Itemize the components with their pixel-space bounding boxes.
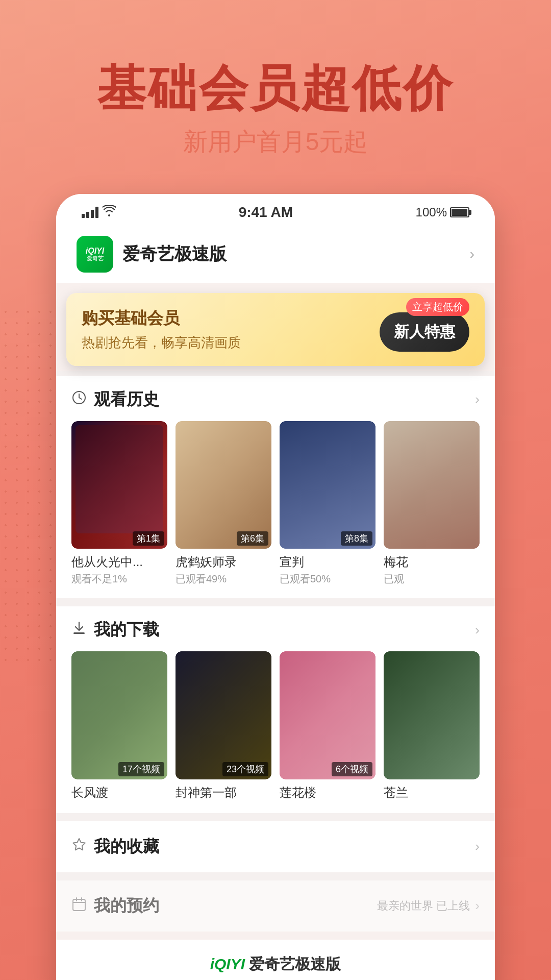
download-thumb-3: 6个视频 [280,651,375,779]
history-progress-1: 观看不足1% [71,572,167,586]
download-item-2[interactable]: 23个视频 封神第一部 [176,651,271,801]
app-icon: iQIYI 爱奇艺 [77,236,113,273]
episode-badge-1: 第1集 [133,531,164,546]
calendar-icon [71,896,87,916]
membership-banner[interactable]: 购买基础会员 热剧抢先看，畅享高清画质 立享超低价 新人特惠 [66,293,485,366]
reservations-section: 我的预约 最亲的世界 已上线 › [56,880,495,932]
signal-bars-icon [82,207,98,218]
signal-area [82,205,116,219]
history-title-2: 虎鹤妖师录 [176,554,271,570]
history-item-4[interactable]: 梅花 已观 [384,421,480,586]
promo-title: 基础会员超低价 [0,61,551,115]
downloads-header[interactable]: 我的下载 › [71,619,480,641]
download-item-1[interactable]: 17个视频 长风渡 [71,651,167,801]
episode-badge-2: 第6集 [237,531,268,546]
svg-rect-1 [73,632,85,634]
downloads-title: 我的下载 [71,619,159,641]
watch-history-arrow[interactable]: › [475,391,480,407]
download-title-1: 长风渡 [71,785,167,801]
history-thumb-1: 第1集 [71,421,167,549]
bottom-brand: iQIYI 爱奇艺极速版 [56,954,495,975]
watch-history-grid: 第1集 他从火光中... 观看不足1% 第6集 虎鹤妖师录 已观看49% [71,421,480,586]
history-thumb-3: 第8集 [280,421,375,549]
promo-subtitle: 新用户首月5元起 [0,126,551,158]
reservations-title: 我的预约 [71,895,159,917]
promo-header: 基础会员超低价 新用户首月5元起 [0,0,551,174]
content-area: 观看历史 › 第1集 他从火光中... 观看不足1% [56,371,495,932]
banner-title: 购买基础会员 [82,307,241,330]
battery-icon [450,207,469,217]
download-thumb-4 [384,651,480,779]
status-battery: 100% [416,205,469,219]
status-time: 9:41 AM [239,204,293,220]
banner-right[interactable]: 立享超低价 新人特惠 [380,307,469,352]
download-thumb-2: 23个视频 [176,651,271,779]
banner-badge: 立享超低价 [406,298,469,316]
status-bar: 9:41 AM 100% [56,194,495,226]
downloads-arrow[interactable]: › [475,622,480,638]
history-progress-2: 已观看49% [176,572,271,586]
history-item-3[interactable]: 第8集 宣判 已观看50% [280,421,375,586]
reservations-arrow[interactable]: › [475,898,480,914]
favorites-title: 我的收藏 [71,836,159,858]
app-header-arrow[interactable]: › [470,246,474,262]
history-item-1[interactable]: 第1集 他从火光中... 观看不足1% [71,421,167,586]
star-icon [71,837,87,856]
reservations-header[interactable]: 我的预约 最亲的世界 已上线 › [71,895,480,917]
app-name: 爱奇艺极速版 [122,242,227,266]
download-title-3: 莲花楼 [280,785,375,801]
banner-cta[interactable]: 新人特惠 [380,312,469,352]
download-thumb-1: 17个视频 [71,651,167,779]
history-title-4: 梅花 [384,554,480,570]
watch-history-header[interactable]: 观看历史 › [71,388,480,411]
download-count-2: 23个视频 [222,762,268,776]
downloads-grid: 17个视频 长风渡 23个视频 封神第一部 [71,651,480,801]
history-item-2[interactable]: 第6集 虎鹤妖师录 已观看49% [176,421,271,586]
history-progress-4: 已观 [384,572,480,586]
app-logo-area: iQIYI 爱奇艺 爱奇艺极速版 [77,236,227,273]
svg-rect-2 [73,899,85,911]
download-icon [71,620,87,640]
clock-icon [71,390,87,409]
ticker-text: 最亲的世界 已上线 [377,898,470,914]
history-title-1: 他从火光中... [71,554,167,570]
download-item-3[interactable]: 6个视频 莲花楼 [280,651,375,801]
banner-left: 购买基础会员 热剧抢先看，畅享高清画质 [82,307,241,352]
favorites-section: 我的收藏 › [56,821,495,872]
favorites-header[interactable]: 我的收藏 › [71,836,480,858]
history-title-3: 宣判 [280,554,375,570]
download-count-1: 17个视频 [118,762,164,776]
episode-badge-3: 第8集 [341,531,372,546]
bottom-brand-area: iQIYI 爱奇艺极速版 [56,940,495,980]
history-thumb-2: 第6集 [176,421,271,549]
download-title-2: 封神第一部 [176,785,271,801]
download-title-4: 苍兰 [384,785,480,801]
watch-history-section: 观看历史 › 第1集 他从火光中... 观看不足1% [56,376,495,599]
favorites-arrow[interactable]: › [475,839,480,854]
watch-history-title: 观看历史 [71,388,159,411]
banner-desc: 热剧抢先看，畅享高清画质 [82,334,241,352]
phone-mockup: 9:41 AM 100% iQIYI 爱奇艺 爱奇艺极速版 › 购买基础会员 热… [56,194,495,980]
app-header[interactable]: iQIYI 爱奇艺 爱奇艺极速版 › [56,226,495,283]
history-thumb-4 [384,421,480,549]
download-count-3: 6个视频 [332,762,372,776]
downloads-section: 我的下载 › 17个视频 长风渡 [56,606,495,813]
history-progress-3: 已观看50% [280,572,375,586]
wifi-icon [103,205,116,219]
download-item-4[interactable]: 苍兰 [384,651,480,801]
